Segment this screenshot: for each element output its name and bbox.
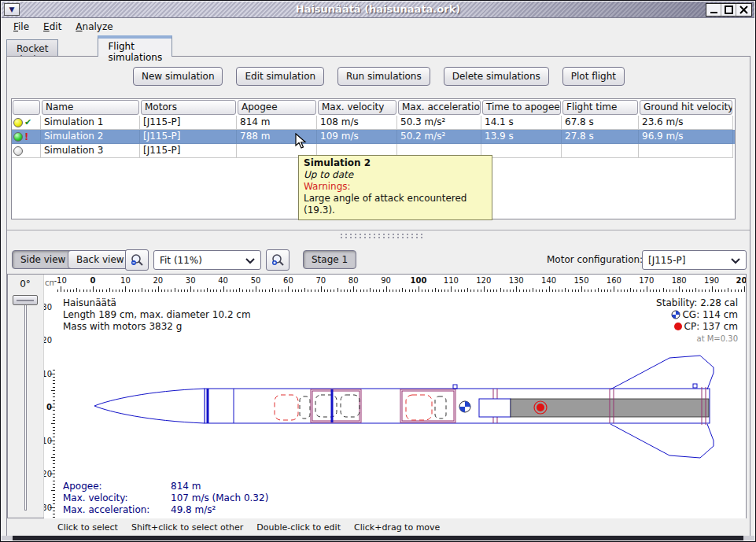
column-header-name[interactable]: Name [41,99,140,116]
menu-analyze[interactable]: Analyze [68,20,120,34]
column-header-status[interactable] [12,99,41,116]
ruler-tick [647,286,647,292]
table-cell[interactable]: 96.9 m/s [639,130,733,144]
ruler-tick [484,286,485,292]
table-cell[interactable]: 50.2 m/s² [397,130,481,144]
table-cell[interactable]: 14.1 s [481,116,562,130]
hint-text: Shift+click to select other [131,522,243,533]
new-simulation-button[interactable]: New simulation [133,67,223,86]
status-cell[interactable] [12,144,41,158]
max-acceleration-label: Max. acceleration: [63,504,171,516]
ruler-label: 100 [411,276,427,285]
tab-flight-simulations[interactable]: Flight simulations [98,35,172,57]
ruler-tick [679,286,680,292]
table-cell[interactable]: [J115-P] [140,130,237,144]
minimize-icon [710,6,718,14]
column-header-max-acceleration[interactable]: Max. acceleration [397,99,481,116]
table-cell[interactable]: 67.8 s [562,116,639,130]
green-status-ball-icon [13,132,23,142]
rocket-canvas[interactable]: Haisunäätä Length 189 cm, max. diameter … [55,292,746,518]
window-bottom-border [2,536,754,540]
resize-corner-left[interactable] [2,536,13,540]
table-cell[interactable]: Simulation 1 [41,116,140,130]
launch-lug[interactable] [693,384,697,388]
split-divider-line [7,230,750,230]
stability-info: Stability: 2.28 cal CG: 114 cm CP: 137 c… [656,297,738,345]
ruler-label: 190 [704,276,719,285]
zoom-in-button[interactable] [266,249,289,271]
run-simulations-button[interactable]: Run simulations [337,67,430,86]
ruler-label: -10 [44,369,52,378]
column-header-time-to-apogee[interactable]: Time to apogee [481,99,562,116]
table-cell[interactable]: Simulation 3 [41,144,140,158]
rocket-dimensions: Length 189 cm, max. diameter 10.2 cm [63,309,251,321]
ruler-label: 70 [315,276,326,285]
simulation-actions: New simulationEdit simulationRun simulat… [7,67,750,86]
nose-cone[interactable] [94,389,205,423]
table-cell[interactable]: 814 m [237,116,317,130]
status-cell[interactable]: ✔ [12,116,41,130]
motor-mount-tube[interactable] [479,399,511,417]
resize-corner-right[interactable] [743,536,754,540]
menu-edit[interactable]: Edit [36,20,68,34]
ruler-label: 20 [153,276,163,285]
side-view-button[interactable]: Side view [12,250,74,269]
status-cell[interactable]: ! [12,130,41,144]
fin-bottom[interactable] [610,424,714,458]
zoom-level-select[interactable]: Fit (11%) [153,250,261,270]
close-button[interactable] [736,4,751,16]
table-cell[interactable]: 108 m/s [317,116,397,130]
table-cell[interactable]: 13.9 s [481,130,562,144]
title-bar[interactable]: ▼ Haisunäätä (haisunaata.ork) [2,2,754,18]
table-cell[interactable]: Simulation 2 [41,130,140,144]
ruler-tick [419,286,419,292]
fin-top[interactable] [610,356,714,389]
back-view-button[interactable]: Back view [68,250,133,269]
window-title: Haisunäätä (haisunaata.ork) [2,3,754,15]
column-header-ground-hit-velocity[interactable]: Ground hit velocity [639,99,733,116]
split-divider-handle[interactable] [339,233,426,239]
menu-file[interactable]: File [6,20,36,34]
table-cell[interactable]: 23.6 m/s [639,116,733,130]
launch-lug[interactable] [453,385,457,389]
minimize-button[interactable] [706,4,721,16]
ruler-label: 40 [218,276,228,285]
plot-flight-button[interactable]: Plot flight [562,67,625,86]
delete-simulations-button[interactable]: Delete simulations [444,67,549,86]
simulation-tooltip: Simulation 2 Up to date Warnings: Large … [298,155,492,220]
table-cell[interactable] [639,144,733,158]
ruler-label: 10 [120,276,131,285]
table-cell[interactable]: 109 m/s [317,130,397,144]
stage-toggle-button[interactable]: Stage 1 [303,250,356,269]
table-cell[interactable]: 27.8 s [562,130,639,144]
edit-simulation-button[interactable]: Edit simulation [236,67,324,86]
table-cell[interactable]: [J115-P] [140,144,237,158]
app-window: ▼ Haisunäätä (haisunaata.ork) FileEditAn… [0,0,756,542]
apogee-value: 814 m [171,481,201,492]
hint-text: Double-click to edit [256,522,341,533]
table-cell[interactable] [481,144,562,158]
table-row[interactable]: ✔Simulation 1[J115-P]814 m108 m/s50.3 m/… [12,116,735,130]
table-body: ✔Simulation 1[J115-P]814 m108 m/s50.3 m/… [12,116,735,158]
ruler-label: 140 [541,276,556,285]
rotation-angle-label: 0° [9,278,41,289]
table-cell[interactable]: 50.3 m/s² [397,116,481,130]
table-row[interactable]: !Simulation 2[J115-P]788 m109 m/s50.2 m/… [12,130,735,144]
tab-rocket-design[interactable]: Rocket design [6,39,58,57]
rocket-info: Haisunäätä Length 189 cm, max. diameter … [63,297,251,333]
maximize-button[interactable] [721,4,736,16]
ruler-label: 170 [639,276,654,285]
ruler-tick [321,286,322,292]
rotation-control: 0° [8,275,44,518]
column-header-apogee[interactable]: Apogee [237,99,317,116]
table-cell[interactable] [562,144,639,158]
table-cell[interactable]: [J115-P] [140,116,237,130]
column-header-flight-time[interactable]: Flight time [562,99,639,116]
column-header-max-velocity[interactable]: Max. velocity [317,99,397,116]
zoom-out-button[interactable] [125,249,149,271]
ruler-label: -10 [55,276,67,285]
rotation-slider-handle[interactable] [13,295,38,305]
column-header-motors[interactable]: Motors [140,99,237,116]
rotation-slider-track[interactable] [24,298,27,511]
motor-configuration-select[interactable]: [J115-P] [642,250,747,270]
